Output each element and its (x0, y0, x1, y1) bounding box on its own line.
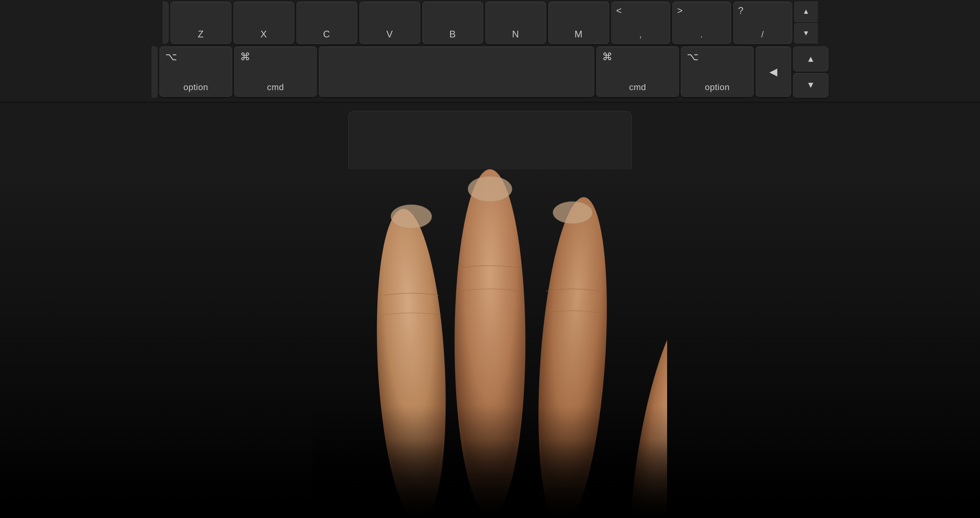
key-cmd-left[interactable]: ⌘ cmd (234, 46, 317, 97)
key-option-right[interactable]: ⌥ option (681, 46, 754, 97)
partial-shift-left (152, 46, 157, 98)
svg-point-3 (468, 176, 512, 202)
keyboard-bottom-row: ⌥ option ⌘ cmd ⌘ cmd ⌥ option ◀ ▲ ▼ (0, 46, 980, 98)
partial-keys-right: ▲ ▼ (794, 2, 818, 43)
arrow-up-partial[interactable]: ▲ (794, 2, 818, 22)
bottom-fade (0, 439, 980, 518)
svg-point-5 (553, 202, 592, 224)
key-slash[interactable]: ? / (733, 2, 792, 44)
fingers-section (0, 169, 980, 518)
key-arrow-left[interactable]: ◀ (756, 46, 791, 97)
key-period[interactable]: > . (672, 2, 731, 44)
key-option-left[interactable]: ⌥ option (159, 46, 232, 97)
key-n[interactable]: N (485, 2, 546, 44)
key-cmd-right[interactable]: ⌘ cmd (596, 46, 679, 97)
key-x[interactable]: X (233, 2, 294, 44)
key-m[interactable]: M (548, 2, 609, 44)
key-b[interactable]: B (422, 2, 483, 44)
partial-key-far-left (163, 2, 168, 43)
arrow-vertical-cluster: ▲ ▼ (793, 46, 828, 98)
key-c[interactable]: C (296, 2, 357, 44)
arrow-down-partial[interactable]: ▼ (794, 23, 818, 44)
key-v[interactable]: V (359, 2, 420, 44)
key-comma[interactable]: < , (611, 2, 670, 44)
svg-point-1 (391, 205, 432, 228)
keyboard-top-row: Z X C V B N M < , > . ? / ▲ ▼ (0, 0, 980, 43)
key-arrow-up[interactable]: ▲ (793, 46, 828, 72)
key-arrow-down[interactable]: ▼ (793, 73, 828, 98)
key-spacebar[interactable] (319, 46, 594, 97)
key-z[interactable]: Z (170, 2, 231, 44)
